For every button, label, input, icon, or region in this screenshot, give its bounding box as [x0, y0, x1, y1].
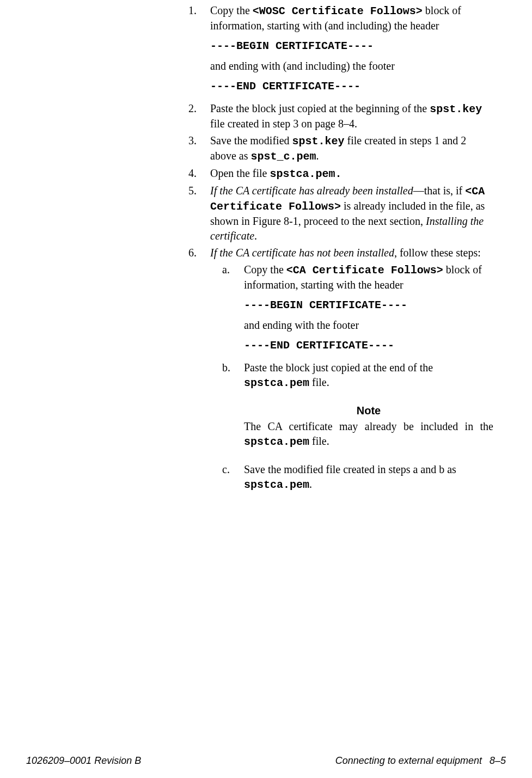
step-body: Copy the <WOSC Certificate Follows> bloc…: [210, 3, 493, 99]
code-block: ----END CERTIFICATE----: [244, 338, 493, 353]
step-5: 5. If the CA certificate has already bee…: [188, 183, 493, 243]
text: Paste the block just copied at the begin…: [210, 102, 430, 114]
substep-body: Copy the <CA Certificate Follows> block …: [244, 262, 493, 358]
substep-b: b. Paste the block just copied at the en…: [210, 360, 493, 390]
step-number: 2.: [188, 101, 210, 131]
footer-right: Connecting to external equipment8–5: [335, 754, 506, 767]
step-3: 3. Save the modified spst.key file creat…: [188, 133, 493, 164]
footer-section-title: Connecting to external equipment: [335, 755, 482, 766]
substep-body: Save the modified file created in steps …: [244, 462, 493, 492]
substep-body: Paste the block just copied at the end o…: [244, 360, 493, 390]
step-6: 6. If the CA certificate has not been in…: [188, 246, 493, 494]
code-inline: spst.key: [430, 103, 482, 115]
substep-letter: c.: [210, 462, 244, 492]
footer-left: 1026209–0001 Revision B: [26, 754, 141, 767]
text: .: [316, 150, 319, 162]
code-inline: <CA Certificate Follows>: [286, 264, 443, 277]
sub-list: a. Copy the <CA Certificate Follows> blo…: [210, 262, 493, 390]
note-heading: Note: [244, 403, 493, 418]
step-body: Save the modified spst.key file created …: [210, 133, 493, 164]
step-2: 2. Paste the block just copied at the be…: [188, 101, 493, 131]
note-block: Note The CA certificate may already be i…: [244, 403, 493, 449]
substep-letter: a.: [210, 262, 244, 358]
text: follow these steps:: [397, 247, 481, 259]
code-inline: spst.key: [292, 135, 345, 148]
footer-page-number: 8–5: [490, 755, 506, 766]
code-block: ----BEGIN CERTIFICATE----: [244, 298, 493, 313]
step-number: 6.: [188, 246, 210, 494]
step-body: If the CA certificate has already been i…: [210, 183, 493, 243]
step-body: Open the file spstca.pem.: [210, 166, 493, 181]
page-footer: 1026209–0001 Revision B Connecting to ex…: [26, 754, 506, 767]
text: Save the modified: [210, 134, 292, 146]
code-inline: spst_c.pem: [250, 150, 316, 163]
code-inline: spstca.pem: [244, 479, 309, 491]
text: Copy the: [210, 4, 253, 16]
text: —that is, if: [413, 185, 466, 197]
code-inline: spstca.pem.: [270, 168, 341, 180]
code-inline: spstca.pem: [244, 377, 309, 389]
text: .: [254, 230, 257, 242]
text: file created in step 3 on page 8–4.: [210, 118, 357, 130]
code-block: ----END CERTIFICATE----: [210, 79, 493, 94]
code-inline: <WOSC Certificate Follows>: [253, 5, 423, 17]
page: 1. Copy the <WOSC Certificate Follows> b…: [0, 0, 532, 778]
substep-c: c. Save the modified file created in ste…: [210, 462, 493, 492]
ordered-list: 1. Copy the <WOSC Certificate Follows> b…: [188, 3, 493, 494]
text: file.: [309, 376, 329, 388]
text: and ending with (and including) the foot…: [210, 59, 493, 73]
step-4: 4. Open the file spstca.pem.: [188, 166, 493, 181]
text: .: [309, 478, 312, 490]
note-text: The CA certificate may already be includ…: [244, 419, 493, 449]
code-inline: spstca.pem: [244, 436, 309, 448]
step-1: 1. Copy the <WOSC Certificate Follows> b…: [188, 3, 493, 99]
text: Paste the block just copied at the end o…: [244, 362, 433, 373]
text: file.: [309, 435, 329, 447]
text: Open the file: [210, 167, 270, 179]
step-number: 4.: [188, 166, 210, 181]
italic-text: If the CA certificate has already been i…: [210, 185, 413, 197]
step-body: Paste the block just copied at the begin…: [210, 101, 493, 131]
substep-a: a. Copy the <CA Certificate Follows> blo…: [210, 262, 493, 358]
text: Copy the: [244, 264, 286, 275]
step-number: 5.: [188, 183, 210, 243]
code-block: ----BEGIN CERTIFICATE----: [210, 39, 493, 53]
text: The CA certificate may already be includ…: [244, 420, 493, 432]
text: and ending with the footer: [244, 318, 493, 333]
substep-letter: b.: [210, 360, 244, 390]
step-number: 1.: [188, 3, 210, 99]
step-number: 3.: [188, 133, 210, 164]
step-body: If the CA certificate has not been insta…: [210, 246, 493, 494]
content-column: 1. Copy the <WOSC Certificate Follows> b…: [188, 3, 493, 497]
italic-text: If the CA certificate has not been insta…: [210, 247, 397, 259]
text: Save the modified file created in steps …: [244, 463, 456, 475]
sub-list-continued: c. Save the modified file created in ste…: [210, 462, 493, 492]
